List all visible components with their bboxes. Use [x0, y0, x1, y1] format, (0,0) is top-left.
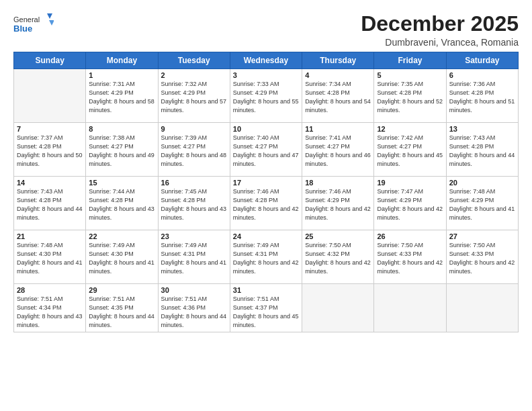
calendar-cell: 12 Sunrise: 7:42 AM Sunset: 4:27 PM Dayl…	[374, 123, 446, 177]
day-number: 4	[305, 71, 371, 79]
day-number: 31	[233, 286, 299, 294]
day-info: Sunrise: 7:34 AM Sunset: 4:28 PM Dayligh…	[305, 80, 371, 115]
calendar-cell: 28 Sunrise: 7:51 AM Sunset: 4:34 PM Dayl…	[14, 284, 86, 332]
svg-text:General: General	[13, 15, 40, 24]
calendar-cell: 11 Sunrise: 7:41 AM Sunset: 4:27 PM Dayl…	[302, 123, 374, 177]
calendar-cell: 27 Sunrise: 7:50 AM Sunset: 4:33 PM Dayl…	[446, 230, 518, 284]
col-sunday: Sunday	[14, 52, 86, 69]
day-info: Sunrise: 7:31 AM Sunset: 4:29 PM Dayligh…	[89, 80, 154, 115]
calendar-cell: 4 Sunrise: 7:34 AM Sunset: 4:28 PM Dayli…	[302, 69, 374, 123]
day-number: 7	[17, 125, 83, 133]
col-tuesday: Tuesday	[158, 52, 230, 69]
day-number: 12	[377, 125, 443, 133]
day-info: Sunrise: 7:51 AM Sunset: 4:34 PM Dayligh…	[17, 295, 83, 330]
day-info: Sunrise: 7:39 AM Sunset: 4:27 PM Dayligh…	[161, 134, 227, 169]
day-info: Sunrise: 7:48 AM Sunset: 4:29 PM Dayligh…	[449, 187, 515, 222]
day-number: 30	[161, 286, 227, 294]
day-info: Sunrise: 7:33 AM Sunset: 4:29 PM Dayligh…	[233, 80, 299, 115]
calendar-cell: 29 Sunrise: 7:51 AM Sunset: 4:35 PM Dayl…	[86, 284, 158, 332]
day-info: Sunrise: 7:42 AM Sunset: 4:27 PM Dayligh…	[377, 134, 443, 169]
day-info: Sunrise: 7:47 AM Sunset: 4:29 PM Dayligh…	[377, 187, 443, 222]
day-info: Sunrise: 7:37 AM Sunset: 4:28 PM Dayligh…	[17, 134, 83, 169]
day-info: Sunrise: 7:46 AM Sunset: 4:28 PM Dayligh…	[233, 187, 299, 222]
calendar-cell: 21 Sunrise: 7:48 AM Sunset: 4:30 PM Dayl…	[14, 230, 86, 284]
calendar-cell: 26 Sunrise: 7:50 AM Sunset: 4:33 PM Dayl…	[374, 230, 446, 284]
day-info: Sunrise: 7:51 AM Sunset: 4:36 PM Dayligh…	[161, 295, 227, 330]
calendar-cell: 10 Sunrise: 7:40 AM Sunset: 4:27 PM Dayl…	[230, 123, 302, 177]
calendar-cell: 2 Sunrise: 7:32 AM Sunset: 4:29 PM Dayli…	[158, 69, 230, 123]
day-info: Sunrise: 7:45 AM Sunset: 4:28 PM Dayligh…	[161, 187, 227, 222]
day-info: Sunrise: 7:50 AM Sunset: 4:33 PM Dayligh…	[449, 241, 515, 276]
subtitle: Dumbraveni, Vrancea, Romania	[361, 37, 519, 48]
calendar-cell: 25 Sunrise: 7:50 AM Sunset: 4:32 PM Dayl…	[302, 230, 374, 284]
svg-text:Blue: Blue	[13, 24, 32, 34]
day-number: 29	[89, 286, 154, 294]
day-info: Sunrise: 7:35 AM Sunset: 4:28 PM Dayligh…	[377, 80, 443, 115]
header: General Blue December 2025 Dumbraveni, V…	[13, 12, 519, 48]
day-number: 2	[161, 71, 227, 79]
day-number: 28	[17, 286, 83, 294]
col-friday: Friday	[374, 52, 446, 69]
day-info: Sunrise: 7:46 AM Sunset: 4:29 PM Dayligh…	[305, 187, 371, 222]
day-number: 8	[89, 125, 154, 133]
svg-marker-3	[49, 20, 54, 26]
day-number: 11	[305, 125, 371, 133]
day-number: 18	[305, 179, 371, 187]
day-info: Sunrise: 7:50 AM Sunset: 4:32 PM Dayligh…	[305, 241, 371, 276]
calendar-cell: 16 Sunrise: 7:45 AM Sunset: 4:28 PM Dayl…	[158, 177, 230, 230]
calendar-table: Sunday Monday Tuesday Wednesday Thursday…	[13, 52, 519, 332]
day-number: 25	[305, 232, 371, 240]
day-info: Sunrise: 7:38 AM Sunset: 4:27 PM Dayligh…	[89, 134, 154, 169]
calendar-week-4: 21 Sunrise: 7:48 AM Sunset: 4:30 PM Dayl…	[14, 230, 519, 284]
svg-marker-2	[47, 13, 52, 19]
day-number: 14	[17, 179, 83, 187]
title-block: December 2025 Dumbraveni, Vrancea, Roman…	[361, 12, 519, 48]
day-info: Sunrise: 7:50 AM Sunset: 4:33 PM Dayligh…	[377, 241, 443, 276]
day-number: 13	[449, 125, 515, 133]
calendar-cell: 13 Sunrise: 7:43 AM Sunset: 4:28 PM Dayl…	[446, 123, 518, 177]
logo: General Blue	[13, 12, 54, 36]
day-info: Sunrise: 7:40 AM Sunset: 4:27 PM Dayligh…	[233, 134, 299, 169]
day-number: 10	[233, 125, 299, 133]
day-number: 6	[449, 71, 515, 79]
day-info: Sunrise: 7:32 AM Sunset: 4:29 PM Dayligh…	[161, 80, 227, 115]
day-number: 17	[233, 179, 299, 187]
day-info: Sunrise: 7:36 AM Sunset: 4:28 PM Dayligh…	[449, 80, 515, 115]
day-number: 16	[161, 179, 227, 187]
day-number: 9	[161, 125, 227, 133]
calendar-week-5: 28 Sunrise: 7:51 AM Sunset: 4:34 PM Dayl…	[14, 284, 519, 332]
day-number: 27	[449, 232, 515, 240]
calendar-week-3: 14 Sunrise: 7:43 AM Sunset: 4:28 PM Dayl…	[14, 177, 519, 230]
day-number: 22	[89, 232, 154, 240]
day-number: 1	[89, 71, 154, 79]
calendar-cell: 31 Sunrise: 7:51 AM Sunset: 4:37 PM Dayl…	[230, 284, 302, 332]
day-info: Sunrise: 7:49 AM Sunset: 4:31 PM Dayligh…	[233, 241, 299, 276]
calendar-cell: 22 Sunrise: 7:49 AM Sunset: 4:30 PM Dayl…	[86, 230, 158, 284]
col-monday: Monday	[86, 52, 158, 69]
calendar-cell	[374, 284, 446, 332]
col-thursday: Thursday	[302, 52, 374, 69]
calendar-cell: 5 Sunrise: 7:35 AM Sunset: 4:28 PM Dayli…	[374, 69, 446, 123]
day-number: 3	[233, 71, 299, 79]
calendar-week-2: 7 Sunrise: 7:37 AM Sunset: 4:28 PM Dayli…	[14, 123, 519, 177]
day-number: 23	[161, 232, 227, 240]
calendar-cell	[302, 284, 374, 332]
month-title: December 2025	[361, 12, 519, 36]
calendar-cell: 8 Sunrise: 7:38 AM Sunset: 4:27 PM Dayli…	[86, 123, 158, 177]
calendar-cell: 18 Sunrise: 7:46 AM Sunset: 4:29 PM Dayl…	[302, 177, 374, 230]
day-info: Sunrise: 7:43 AM Sunset: 4:28 PM Dayligh…	[449, 134, 515, 169]
calendar-cell: 15 Sunrise: 7:44 AM Sunset: 4:28 PM Dayl…	[86, 177, 158, 230]
calendar-cell: 17 Sunrise: 7:46 AM Sunset: 4:28 PM Dayl…	[230, 177, 302, 230]
calendar-cell: 14 Sunrise: 7:43 AM Sunset: 4:28 PM Dayl…	[14, 177, 86, 230]
day-info: Sunrise: 7:41 AM Sunset: 4:27 PM Dayligh…	[305, 134, 371, 169]
day-info: Sunrise: 7:51 AM Sunset: 4:37 PM Dayligh…	[233, 295, 299, 330]
day-info: Sunrise: 7:43 AM Sunset: 4:28 PM Dayligh…	[17, 187, 83, 222]
calendar-cell: 24 Sunrise: 7:49 AM Sunset: 4:31 PM Dayl…	[230, 230, 302, 284]
calendar-cell: 6 Sunrise: 7:36 AM Sunset: 4:28 PM Dayli…	[446, 69, 518, 123]
calendar-cell	[446, 284, 518, 332]
calendar-cell: 3 Sunrise: 7:33 AM Sunset: 4:29 PM Dayli…	[230, 69, 302, 123]
day-number: 19	[377, 179, 443, 187]
day-info: Sunrise: 7:49 AM Sunset: 4:31 PM Dayligh…	[161, 241, 227, 276]
calendar-cell: 20 Sunrise: 7:48 AM Sunset: 4:29 PM Dayl…	[446, 177, 518, 230]
calendar-cell: 30 Sunrise: 7:51 AM Sunset: 4:36 PM Dayl…	[158, 284, 230, 332]
